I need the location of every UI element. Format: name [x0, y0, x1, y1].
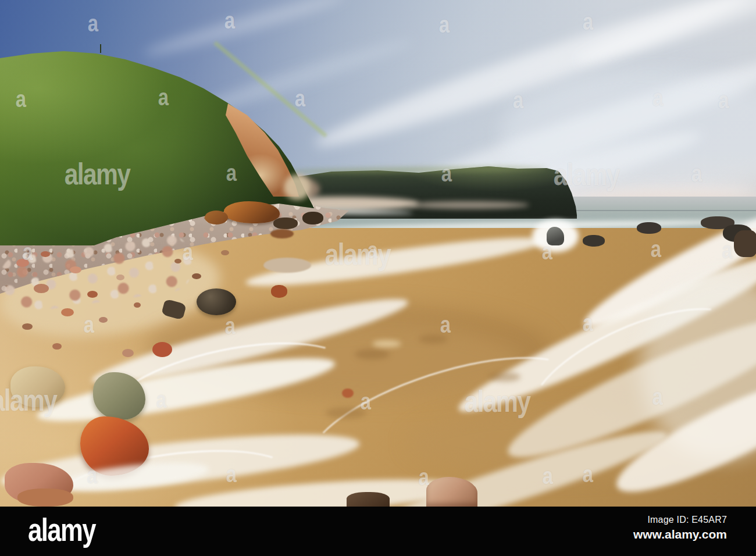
alamy-logo: alamy — [28, 510, 95, 549]
pebble — [134, 302, 141, 308]
pebble — [342, 389, 354, 398]
right-edge-rock — [734, 230, 756, 257]
sand-hump — [326, 407, 366, 419]
pebble — [99, 317, 108, 323]
pebble — [122, 349, 134, 357]
rust-rock-small — [205, 211, 228, 224]
pale-stone — [263, 258, 311, 273]
sand-hump — [488, 372, 520, 382]
pebble — [116, 275, 124, 280]
website-label: www.alamy.com — [633, 528, 727, 541]
pebble — [87, 291, 98, 298]
sand-hump — [419, 334, 448, 344]
pebble — [34, 284, 49, 293]
horizon-line — [573, 210, 756, 211]
footer-meta: Image ID: E45AR7 www.alamy.com — [633, 515, 727, 541]
dark-rock — [302, 212, 323, 224]
image-id-label: Image ID: E45AR7 — [633, 515, 727, 525]
pebble — [174, 259, 181, 263]
dark-dome-rock — [197, 288, 236, 315]
sand-hump — [355, 349, 390, 359]
alamy-stock-photo-preview: aaaaaaaaaaaaaaaaaaaaaaaaaaaaaaaalamyalam… — [0, 0, 756, 556]
ivory-cliff-base — [284, 174, 311, 200]
pebble — [192, 273, 201, 279]
small-rust-rock — [271, 285, 287, 298]
distant-pebble-strip — [407, 201, 529, 209]
pebble — [41, 251, 50, 257]
pink-rock-cluster — [17, 489, 73, 507]
pebble — [22, 323, 33, 330]
stick-on-ridge — [100, 44, 101, 53]
splash-rock-fin — [547, 227, 564, 245]
pebble — [152, 342, 172, 357]
dark-rock — [273, 218, 298, 229]
pebble — [221, 250, 229, 255]
pebble — [61, 308, 74, 316]
watermark-footer-bar: alamy Image ID: E45AR7 www.alamy.com — [0, 507, 756, 556]
dark-rock — [583, 235, 605, 247]
pebble — [70, 266, 81, 273]
pebble — [16, 259, 29, 267]
rust-rock-large — [224, 201, 280, 223]
submerged-rust-rock — [270, 229, 294, 238]
sandy-boulder — [10, 366, 65, 407]
bottom-dark-rock — [347, 492, 390, 507]
beach-seascape-photo: aaaaaaaaaaaaaaaaaaaaaaaaaaaaaaaalamyalam… — [0, 0, 756, 507]
sea-rock — [637, 222, 661, 234]
sand-hump — [372, 340, 401, 347]
pebble — [52, 343, 62, 350]
